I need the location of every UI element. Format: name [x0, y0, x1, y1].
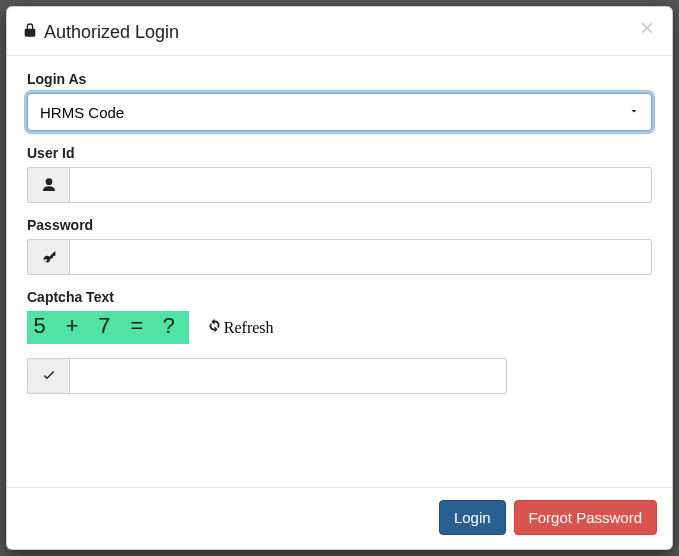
- refresh-icon: [207, 318, 222, 337]
- captcha-label: Captcha Text: [27, 289, 652, 305]
- login-as-select-wrap: HRMS Code: [27, 93, 652, 131]
- captcha-image: 5 + 7 = ?: [27, 311, 189, 344]
- lock-icon: [22, 22, 38, 43]
- key-icon: [27, 239, 69, 275]
- captcha-refresh-label: Refresh: [224, 319, 274, 337]
- close-button[interactable]: ×: [634, 15, 660, 41]
- forgot-password-button[interactable]: Forgot Password: [514, 500, 657, 535]
- captcha-input[interactable]: [69, 358, 507, 394]
- user-id-input-group: [27, 167, 652, 203]
- modal-header: Authorized Login ×: [7, 7, 672, 56]
- login-as-label: Login As: [27, 71, 652, 87]
- user-id-label: User Id: [27, 145, 652, 161]
- login-button[interactable]: Login: [439, 500, 506, 535]
- password-group: Password: [27, 217, 652, 275]
- captcha-row: 5 + 7 = ? Refresh: [27, 311, 652, 344]
- user-id-group: User Id: [27, 145, 652, 203]
- login-as-select[interactable]: HRMS Code: [27, 93, 652, 131]
- captcha-refresh[interactable]: Refresh: [207, 318, 274, 337]
- user-icon: [27, 167, 69, 203]
- password-label: Password: [27, 217, 652, 233]
- password-input-group: [27, 239, 652, 275]
- password-input[interactable]: [69, 239, 652, 275]
- modal-body: Login As HRMS Code User Id Password: [7, 56, 672, 487]
- captcha-group: Captcha Text 5 + 7 = ? Refresh: [27, 289, 652, 394]
- modal-title-text: Authorized Login: [44, 22, 179, 43]
- login-as-group: Login As HRMS Code: [27, 71, 652, 131]
- check-icon: [27, 358, 69, 394]
- user-id-input[interactable]: [69, 167, 652, 203]
- captcha-input-group: [27, 358, 507, 394]
- modal-footer: Login Forgot Password: [7, 487, 672, 549]
- login-modal: Authorized Login × Login As HRMS Code Us…: [6, 6, 673, 550]
- modal-title: Authorized Login: [22, 22, 179, 43]
